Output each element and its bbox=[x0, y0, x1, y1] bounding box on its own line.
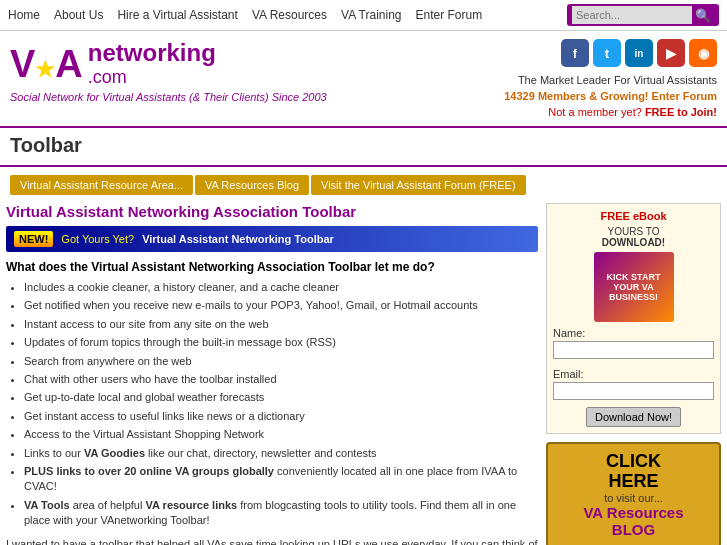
list-item: Get up-to-date local and global weather … bbox=[24, 390, 538, 405]
toolbar-banner: NEW! Got Yours Yet? Virtual Assistant Ne… bbox=[6, 226, 538, 252]
va-goodies-bold: VA Goodies bbox=[84, 447, 145, 459]
ebook-yours-to: YOURS TO bbox=[553, 226, 714, 237]
list-item: VA Tools area of helpful VA resource lin… bbox=[24, 498, 538, 529]
to-visit-text: to visit our... bbox=[556, 492, 711, 504]
name-label: Name: bbox=[553, 327, 714, 339]
tab-forum[interactable]: Visit the Virtual Assistant Forum (FREE) bbox=[311, 175, 526, 195]
twitter-icon[interactable]: t bbox=[593, 39, 621, 67]
list-item: Updates of forum topics through the buil… bbox=[24, 335, 538, 350]
nav-resources[interactable]: VA Resources bbox=[252, 8, 327, 22]
site-logo: V★A networking .com bbox=[10, 39, 327, 88]
ebook-free-label: FREE eBook bbox=[553, 210, 714, 222]
search-box: 🔍 bbox=[567, 4, 719, 26]
email-label: Email: bbox=[553, 368, 714, 380]
blog-word-text: BLOG bbox=[556, 521, 711, 538]
nav-home[interactable]: Home bbox=[8, 8, 40, 22]
list-item: Includes a cookie cleaner, a history cle… bbox=[24, 280, 538, 295]
header-members: 14329 Members & Growing! Enter Forum bbox=[504, 90, 717, 102]
list-item: Chat with other users who have the toolb… bbox=[24, 372, 538, 387]
page-title-bar: Toolbar bbox=[0, 128, 727, 159]
nav-hire[interactable]: Hire a Virtual Assistant bbox=[117, 8, 238, 22]
got-yours-text: Got Yours Yet? bbox=[61, 233, 134, 245]
tab-bar: Virtual Assistant Resource Area... VA Re… bbox=[0, 173, 727, 199]
list-item: Search from anywhere on the web bbox=[24, 354, 538, 369]
right-sidebar: FREE eBook YOURS TO DOWNLOAD! KICK START… bbox=[546, 203, 721, 545]
nav-about[interactable]: About Us bbox=[54, 8, 103, 22]
list-item: Links to our VA Goodies like our chat, d… bbox=[24, 446, 538, 461]
logo-va-text: V★A bbox=[10, 45, 83, 83]
list-item: Get notified when you receive new e-mail… bbox=[24, 298, 538, 313]
blog-button[interactable]: CLICK HERE to visit our... VA Resources … bbox=[546, 442, 721, 545]
search-button[interactable]: 🔍 bbox=[692, 8, 714, 23]
question-heading: What does the Virtual Assistant Networki… bbox=[6, 260, 538, 274]
ebook-download-label: DOWNLOAD! bbox=[553, 237, 714, 248]
tab-resources-blog[interactable]: VA Resources Blog bbox=[195, 175, 309, 195]
top-navigation: Home About Us Hire a Virtual Assistant V… bbox=[0, 0, 727, 31]
ebook-cover: KICK START YOUR VA BUSINESS! bbox=[594, 252, 674, 322]
logo-dotcom: .com bbox=[88, 67, 216, 88]
page-title: Toolbar bbox=[10, 134, 717, 157]
nav-training[interactable]: VA Training bbox=[341, 8, 401, 22]
header-market-leader: The Market Leader For Virtual Assistants bbox=[518, 74, 717, 86]
logo-star: ★ bbox=[35, 57, 55, 82]
purple-divider bbox=[0, 165, 727, 167]
logo-area: V★A networking .com Social Network for V… bbox=[10, 39, 327, 103]
email-input[interactable] bbox=[553, 382, 714, 400]
nav-links: Home About Us Hire a Virtual Assistant V… bbox=[8, 8, 482, 22]
banner-text: Virtual Assistant Networking Toolbar bbox=[142, 233, 334, 245]
content-body: What does the Virtual Assistant Networki… bbox=[6, 260, 538, 545]
not-member-text: Not a member yet? bbox=[548, 106, 642, 118]
site-header: V★A networking .com Social Network for V… bbox=[0, 31, 727, 128]
main-wrapper: Virtual Assistant Networking Association… bbox=[0, 199, 727, 545]
name-input[interactable] bbox=[553, 341, 714, 359]
download-button[interactable]: Download Now! bbox=[586, 407, 681, 427]
new-badge: NEW! bbox=[14, 231, 53, 247]
header-right: f t in ▶ ◉ The Market Leader For Virtual… bbox=[504, 39, 717, 118]
header-not-member: Not a member yet? FREE to Join! bbox=[548, 106, 717, 118]
list-item: Get instant access to useful links like … bbox=[24, 409, 538, 424]
members-count: 14329 Members & Growing! bbox=[504, 90, 648, 102]
social-icons: f t in ▶ ◉ bbox=[561, 39, 717, 67]
tab-resource-area[interactable]: Virtual Assistant Resource Area... bbox=[10, 175, 193, 195]
enter-forum-link[interactable]: Enter Forum bbox=[652, 90, 717, 102]
linkedin-icon[interactable]: in bbox=[625, 39, 653, 67]
list-item: PLUS links to over 20 online VA groups g… bbox=[24, 464, 538, 495]
rss-icon[interactable]: ◉ bbox=[689, 39, 717, 67]
ebook-box: FREE eBook YOURS TO DOWNLOAD! KICK START… bbox=[546, 203, 721, 434]
click-here-text: CLICK HERE bbox=[556, 452, 711, 492]
main-content: Virtual Assistant Networking Association… bbox=[6, 203, 546, 545]
va-resources-text: VA Resources bbox=[556, 504, 711, 521]
free-join-link[interactable]: FREE to Join! bbox=[645, 106, 717, 118]
facebook-icon[interactable]: f bbox=[561, 39, 589, 67]
toolbar-heading: Virtual Assistant Networking Association… bbox=[6, 203, 538, 220]
nav-forum[interactable]: Enter Forum bbox=[416, 8, 483, 22]
list-item: Access to the Virtual Assistant Shopping… bbox=[24, 427, 538, 442]
features-list: Includes a cookie cleaner, a history cle… bbox=[6, 280, 538, 528]
youtube-icon[interactable]: ▶ bbox=[657, 39, 685, 67]
logo-networking: networking bbox=[88, 39, 216, 67]
search-input[interactable] bbox=[572, 6, 692, 24]
footer-paragraph: I wanted to have a toolbar that helped a… bbox=[6, 536, 538, 545]
logo-tagline: Social Network for Virtual Assistants (&… bbox=[10, 91, 327, 103]
list-item: Instant access to our site from any site… bbox=[24, 317, 538, 332]
